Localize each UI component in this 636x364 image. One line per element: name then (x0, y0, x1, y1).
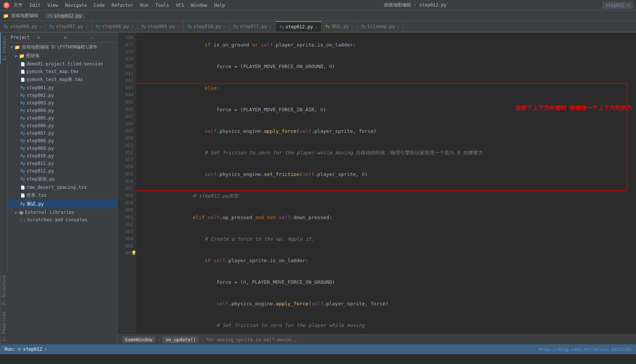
tab-step012[interactable]: Py step012.py ✕ (276, 21, 322, 32)
status-bar: Run: step012 ✕ https://blog.csdn.net/wei… (0, 344, 636, 354)
sidebar-item-step003[interactable]: Py step003.py (8, 99, 117, 107)
menu-refactor[interactable]: Refactor (109, 2, 137, 9)
project-icon: 📁 (3, 13, 9, 19)
sidebar-item-root[interactable]: ▼ 📁 游戏地图编辑 D:\PYTHON编程\课件 (8, 43, 117, 51)
vertical-tab-favorites[interactable]: 2: Favorites (0, 308, 8, 344)
code-lines[interactable]: 当按下上下方向键时 给物体一个上下方向的力 if is_on_ground or… (136, 33, 636, 334)
run-close[interactable]: ✕ (44, 347, 47, 352)
menu-navigate[interactable]: Navigate (62, 2, 90, 9)
breadcrumb-continuation: for moving_sprite in self.movin... (206, 337, 299, 342)
code-line-449: # Set friction to zero for the player wh… (139, 314, 633, 334)
breadcrumb-method[interactable]: on_update() (163, 336, 198, 343)
sidebar-item-demo01[interactable]: 📄 demo01-project.tiled-session (8, 60, 117, 68)
sidebar-item-step007[interactable]: Py step007.py (8, 129, 117, 137)
code-line-442: self.physics_engine.set_friction(self.pl… (139, 163, 633, 185)
sidebar-title: Project (11, 35, 34, 40)
project-step-tab[interactable]: Py step012.py (45, 13, 84, 19)
code-line-439: force = (PLAYER_MOVE_FORCE_IN_AIR, 0) (139, 99, 633, 120)
menu-vcs[interactable]: VCS (173, 2, 187, 9)
locate-icon[interactable]: ⊕ (37, 35, 61, 40)
code-content[interactable]: 436 437 438 439 440 441 442 443 444 445 … (117, 33, 636, 334)
sidebar-item-step005[interactable]: Py step005.py (8, 114, 117, 122)
code-line-438: else: (139, 77, 633, 99)
sidebar-item-step010[interactable]: Py step010.py (8, 152, 117, 160)
menu-tools[interactable]: Tools (152, 2, 172, 9)
sidebar-item-step002[interactable]: Py step002.py (8, 92, 117, 99)
tab-step006[interactable]: Py step006.py ✕ (0, 21, 46, 32)
sidebar-item-pymunk-map2[interactable]: 📄 pymunk_test_map测.tmx (8, 75, 117, 84)
tab-test[interactable]: Py 测试.py ✕ (322, 21, 358, 32)
project-bar: 📁 游戏地图编辑 Py step012.py (0, 11, 636, 21)
sidebar-item-scratches[interactable]: ▶ ||| Scratches and Consoles (8, 216, 117, 224)
sidebar-item-tmw[interactable]: 📄 tmw_desert_spacing.tsx (8, 184, 117, 191)
tab-bar: Py step006.py ✕ Py step007.py ✕ Py step0… (0, 21, 636, 33)
sidebar-item-step008[interactable]: Py step008.py (8, 137, 117, 145)
menu-file[interactable]: 文件 (11, 1, 26, 9)
code-line-447: force = (0, PLAYER_MOVE_FORCE_ON_GROUND) (139, 271, 633, 293)
menu-bar: P 文件 Edit View Navigate Code Refactor Ru… (0, 0, 636, 11)
run-status-dot (18, 348, 21, 351)
tab-step010[interactable]: Py step010.py ✕ (184, 21, 230, 32)
tab-tilemap[interactable]: Py tilemap.py ✕ (358, 21, 403, 32)
sidebar-item-external-libs[interactable]: ▶ 📚 External Libraries (8, 208, 117, 216)
sidebar-item-world[interactable]: 📄 世界.tsx (8, 191, 117, 200)
code-line-436: if is_on_ground or self.player_sprite.is… (139, 34, 633, 56)
code-line-444: elif self.up_pressed and not self.down_p… (139, 207, 633, 228)
sidebar-minimize-icon[interactable]: – (91, 35, 114, 40)
sidebar-item-step-scroll[interactable]: Py step滚动.py (8, 175, 117, 184)
sidebar-item-test[interactable]: Py 测试.py (8, 200, 117, 208)
sidebar-item-step006[interactable]: Py step006.py (8, 122, 117, 129)
vertical-tab-project[interactable]: 1: Project (0, 33, 8, 64)
sidebar-header: Project ⊕ ⚙ – (8, 33, 117, 43)
sidebar-item-step004[interactable]: Py step004.py (8, 107, 117, 114)
code-line-445: # Create a force to the up. Apply it. (139, 228, 633, 250)
left-panel-tabs: 1: Project Z: Structure 2: Favorites (0, 33, 8, 344)
app-logo: P (3, 2, 10, 9)
sidebar: Project ⊕ ⚙ – ▼ 📁 游戏地图编辑 D:\PYTHON编程\课件 … (8, 33, 117, 344)
code-line-443: # step012.py添加 (139, 185, 633, 207)
code-line-446: if self.player_sprite.is_on_ladder: (139, 250, 633, 271)
breadcrumb-class[interactable]: GameWindow (122, 336, 155, 343)
status-url[interactable]: https://blog.csdn.net/weixin_43521165 (539, 347, 631, 352)
main-content: 1: Project Z: Structure 2: Favorites Pro… (0, 33, 636, 344)
sidebar-item-tilesets[interactable]: ▶ 📁 图块集 (8, 51, 117, 60)
run-name[interactable]: step012 (23, 347, 42, 352)
tab-step011[interactable]: Py step011.py ✕ (230, 21, 276, 32)
menu-view[interactable]: View (44, 2, 61, 9)
menu-code[interactable]: Code (91, 2, 108, 9)
menu-help[interactable]: Help (211, 2, 228, 9)
sidebar-item-step012[interactable]: Py step012.py (8, 167, 117, 175)
window-title: 游戏地图编辑 - step012.py (229, 2, 602, 8)
run-label: Run: (5, 347, 16, 352)
code-line-437: force = (PLAYER_MOVE_FORCE_ON_GROUND, 0) (139, 56, 633, 77)
code-line-448: self.physics_engine.apply_force(self.pla… (139, 293, 633, 314)
editor-area: 436 437 438 439 440 441 442 443 444 445 … (117, 33, 636, 344)
menu-window[interactable]: Window (188, 2, 210, 9)
tab-step007[interactable]: Py step007.py ✕ (46, 21, 92, 32)
vertical-tab-structure[interactable]: Z: Structure (0, 272, 8, 308)
sidebar-item-step011[interactable]: Py step011.py (8, 160, 117, 167)
sidebar-settings-icon[interactable]: ⚙ (64, 35, 88, 40)
tab-step008[interactable]: Py step008.py ✕ (92, 21, 138, 32)
status-left: Run: step012 ✕ (5, 347, 47, 352)
breadcrumb-bar: GameWindow › on_update() › for moving_sp… (117, 334, 636, 344)
sidebar-item-step009[interactable]: Py step009.py (8, 145, 117, 152)
sidebar-item-step001[interactable]: Py step001.py (8, 84, 117, 92)
menu-run[interactable]: Run (137, 2, 152, 9)
top-right-indicator[interactable]: step012 ▾ (602, 2, 633, 9)
tab-step009[interactable]: Py step009.py ✕ (138, 21, 184, 32)
run-indicator: Run: step012 ✕ (5, 347, 47, 352)
code-line-440: self.physics_engine.apply_force(self.pla… (139, 120, 633, 142)
menu-edit[interactable]: Edit (27, 2, 44, 9)
svg-text:P: P (5, 3, 8, 8)
line-numbers: 436 437 438 439 440 441 442 443 444 445 … (117, 33, 136, 334)
project-label: 游戏地图编辑 (9, 12, 41, 19)
sidebar-item-pymunk-map[interactable]: 📄 pymunk_test_map.tmx (8, 68, 117, 75)
code-line-441: # Set friction to zero for the player wh… (139, 142, 633, 163)
